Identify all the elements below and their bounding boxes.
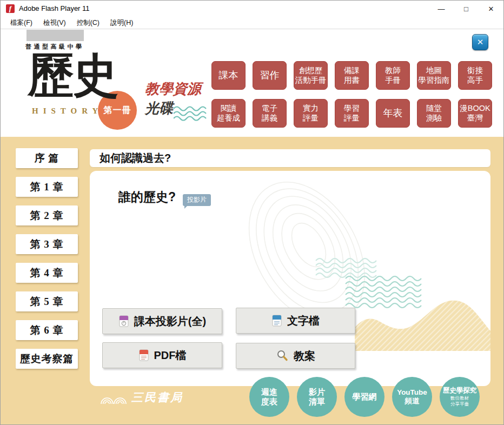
circle-label: 學習網 bbox=[353, 392, 377, 402]
sidebar-item-chapter-2[interactable]: 第 2 章 bbox=[16, 205, 78, 225]
sidebar-item-field-study[interactable]: 歷史考察篇 bbox=[16, 349, 78, 369]
pdf-file-button[interactable]: PDF檔 bbox=[102, 342, 222, 368]
volume-badge-label: 第一冊 bbox=[104, 105, 131, 116]
sidebar-item-chapter-4[interactable]: 第 4 章 bbox=[16, 263, 78, 283]
circle-label: YouTube 頻道 bbox=[397, 388, 427, 406]
file-button-label: 教案 bbox=[294, 349, 315, 363]
text-file-button[interactable]: 文字檔 bbox=[236, 308, 355, 334]
nav-button-workbook[interactable]: 習作 bbox=[253, 61, 287, 90]
learning-web-circle[interactable]: 學習網 bbox=[344, 377, 384, 417]
nav-button-lesson-prep-book[interactable]: 備課 用書 bbox=[335, 61, 369, 90]
chapter-sidebar: 序 篇 第 1 章 第 2 章 第 3 章 第 4 章 第 5 章 第 6 章 … bbox=[16, 148, 78, 369]
section-heading-bar: 如何認識過去? bbox=[90, 149, 490, 167]
app-close-button[interactable]: ✕ bbox=[472, 34, 488, 50]
video-list-circle[interactable]: 影片 清單 bbox=[297, 377, 337, 417]
nav-button-ability-assessment[interactable]: 實力 評量 bbox=[294, 99, 328, 128]
app-close-icon: ✕ bbox=[477, 37, 484, 47]
nav-button-manbook-taiwan[interactable]: 漫BOOK 臺灣 bbox=[458, 99, 492, 128]
wave-decoration-icon bbox=[174, 105, 213, 123]
sidebar-item-chapter-3[interactable]: 第 3 章 bbox=[16, 234, 78, 254]
circle-label: 週進 度表 bbox=[261, 387, 277, 407]
circle-sublabel: 數位教材 分享平臺 bbox=[450, 395, 469, 407]
menu-bar: 檔案(F) 檢視(V) 控制(C) 說明(H) bbox=[1, 17, 503, 29]
resource-nav-row-2: 閱讀 超養成 電子 講義 實力 評量 學習 評量 年表 隨堂 測驗 漫BOOK … bbox=[211, 99, 492, 128]
app-window: f Adobe Flash Player 11 — □ ✕ 檔案(F) 檢視(V… bbox=[0, 0, 504, 425]
flash-player-icon: f bbox=[6, 4, 15, 13]
publisher-logo-placeholder bbox=[26, 30, 84, 41]
nav-button-textbook[interactable]: 課本 bbox=[211, 61, 246, 90]
nav-button-quiz[interactable]: 隨堂 測驗 bbox=[417, 99, 451, 128]
nav-button-reading-plus[interactable]: 閱讀 超養成 bbox=[211, 99, 246, 128]
section-heading: 如何認識過去? bbox=[100, 151, 171, 165]
weekly-schedule-circle[interactable]: 週進 度表 bbox=[249, 377, 289, 417]
slides-tag-badge: 投影片 bbox=[183, 194, 211, 206]
title-bar: f Adobe Flash Player 11 — □ ✕ bbox=[1, 1, 503, 17]
publisher-name: 三民書局 bbox=[131, 390, 183, 405]
nav-button-teacher-manual[interactable]: 教師 手冊 bbox=[376, 61, 410, 90]
nav-button-learning-assessment[interactable]: 學習 評量 bbox=[335, 99, 369, 128]
nav-button-activity-handbook[interactable]: 創想歷 活動手冊 bbox=[294, 61, 328, 90]
subject-title: 歷史 bbox=[28, 52, 117, 98]
sidebar-item-chapter-1[interactable]: 第 1 章 bbox=[16, 177, 78, 197]
doc-file-icon bbox=[271, 314, 282, 327]
content-panel: 誰的歷史? 投影片 課本投影片(全) bbox=[90, 171, 490, 386]
circle-label: 歷史學探究 bbox=[443, 387, 477, 395]
menu-view[interactable]: 檢視(V) bbox=[38, 17, 71, 29]
resource-nav-row-1: 課本 習作 創想歷 活動手冊 備課 用書 教師 手冊 地圖 學習指南 銜接 高手 bbox=[211, 61, 492, 90]
nav-button-chronology[interactable]: 年表 bbox=[376, 99, 410, 128]
rainbow-arches-icon bbox=[100, 394, 128, 405]
nav-button-bridging-master[interactable]: 銜接 高手 bbox=[458, 61, 492, 90]
file-button-label: 文字檔 bbox=[287, 314, 320, 328]
sidebar-item-chapter-6[interactable]: 第 6 章 bbox=[16, 320, 78, 340]
resource-label-line2: 光碟 bbox=[145, 99, 173, 118]
menu-help[interactable]: 說明(H) bbox=[105, 17, 138, 29]
publisher-logo: 三民書局 bbox=[100, 390, 183, 405]
subject-title-english: HISTORY bbox=[32, 107, 103, 116]
window-title: Adobe Flash Player 11 bbox=[19, 1, 90, 17]
magnifier-icon bbox=[276, 349, 289, 362]
nav-button-map-study-guide[interactable]: 地圖 學習指南 bbox=[417, 61, 451, 90]
close-button[interactable]: ✕ bbox=[479, 1, 503, 17]
topic-title: 誰的歷史? bbox=[118, 189, 176, 205]
maximize-button[interactable]: □ bbox=[454, 1, 479, 17]
lesson-plan-button[interactable]: 教案 bbox=[236, 343, 355, 369]
window-controls: — □ ✕ bbox=[429, 1, 503, 17]
sidebar-item-intro[interactable]: 序 篇 bbox=[16, 148, 78, 168]
file-button-label: 課本投影片(全) bbox=[134, 314, 206, 329]
menu-file[interactable]: 檔案(F) bbox=[5, 17, 38, 29]
pdf-file-icon bbox=[138, 349, 149, 362]
file-button-label: PDF檔 bbox=[154, 348, 187, 363]
history-inquiry-circle[interactable]: 歷史學探究 數位教材 分享平臺 bbox=[440, 377, 480, 417]
nav-button-e-lecture-notes[interactable]: 電子 講義 bbox=[253, 99, 287, 128]
slides-all-button[interactable]: 課本投影片(全) bbox=[102, 308, 222, 334]
resource-label-line1: 教學資源 bbox=[145, 79, 201, 98]
menu-control[interactable]: 控制(C) bbox=[71, 17, 105, 29]
sidebar-item-chapter-5[interactable]: 第 5 章 bbox=[16, 291, 78, 311]
youtube-channel-circle[interactable]: YouTube 頻道 bbox=[392, 377, 432, 417]
ppt-file-icon bbox=[118, 315, 129, 328]
circle-label: 影片 清單 bbox=[309, 387, 325, 407]
minimize-button[interactable]: — bbox=[429, 1, 454, 17]
